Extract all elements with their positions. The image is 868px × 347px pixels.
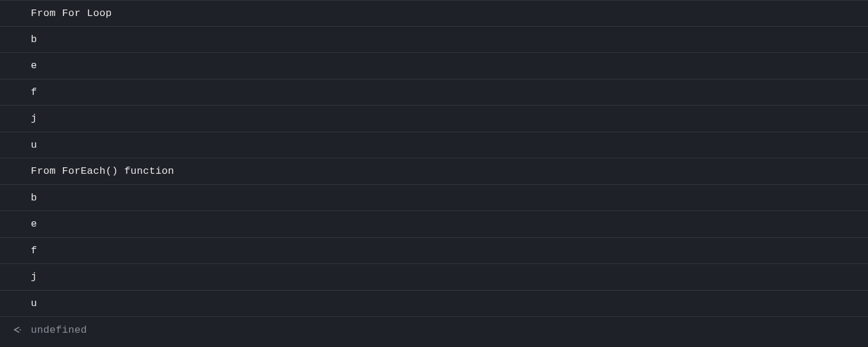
console-output: From For Loop b e f j u From ForEach() f… bbox=[0, 0, 868, 343]
console-line-text: e bbox=[31, 218, 37, 230]
console-line-text: f bbox=[31, 87, 37, 98]
console-line-text: j bbox=[31, 271, 37, 282]
console-result-line: undefined bbox=[0, 317, 868, 343]
console-line: From ForEach() function bbox=[0, 158, 868, 185]
console-line-text: e bbox=[31, 60, 37, 71]
console-line: e bbox=[0, 211, 868, 238]
console-line-text: j bbox=[31, 113, 37, 124]
console-result-text: undefined bbox=[31, 324, 87, 336]
console-line-text: u bbox=[31, 139, 37, 151]
console-line: u bbox=[0, 291, 868, 317]
console-line: b bbox=[0, 185, 868, 212]
console-line-text: u bbox=[31, 298, 37, 309]
console-line: f bbox=[0, 238, 868, 265]
console-line: b bbox=[0, 27, 868, 53]
console-line: e bbox=[0, 53, 868, 79]
console-line: f bbox=[0, 79, 868, 106]
console-line-text: From For Loop bbox=[31, 8, 112, 19]
console-line-text: b bbox=[31, 192, 37, 203]
console-line-text: b bbox=[31, 34, 37, 45]
console-line-text: f bbox=[31, 245, 37, 256]
console-line-text: From ForEach() function bbox=[31, 165, 174, 177]
console-line: j bbox=[0, 264, 868, 291]
console-line: j bbox=[0, 106, 868, 132]
svg-point-0 bbox=[20, 329, 21, 330]
return-arrow-icon bbox=[12, 324, 23, 335]
console-line: u bbox=[0, 132, 868, 159]
console-line: From For Loop bbox=[0, 0, 868, 27]
